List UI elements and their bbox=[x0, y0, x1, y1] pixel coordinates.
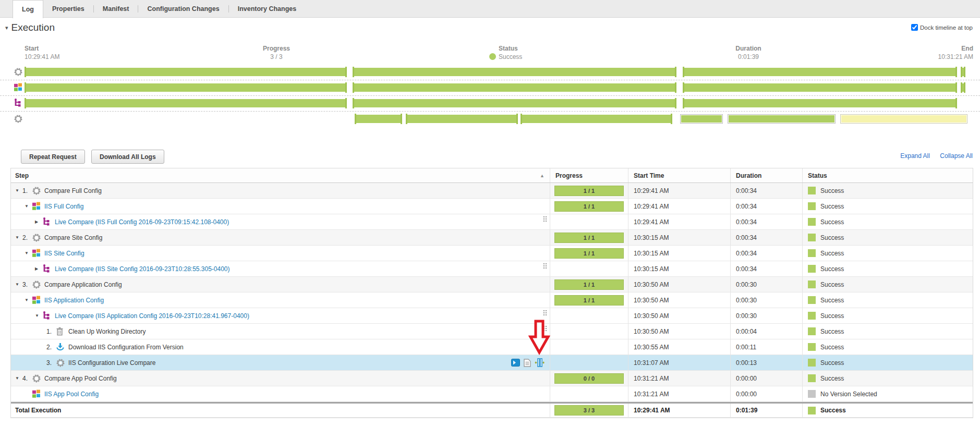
timeline-track bbox=[25, 67, 973, 77]
expand-collapse-arrow-down[interactable]: ▼ bbox=[15, 188, 22, 193]
expand-collapse-arrow-down[interactable]: ▼ bbox=[25, 298, 32, 302]
duration-cell: 0:00:00 bbox=[730, 371, 802, 386]
table-row[interactable]: 3.IIS Configuration Live Compare10:31:07… bbox=[11, 355, 973, 371]
download-all-logs-button[interactable]: Download All Logs bbox=[91, 150, 164, 164]
dock-timeline-checkbox[interactable] bbox=[911, 24, 918, 31]
step-number: 4. bbox=[22, 375, 32, 382]
start-time-cell: 10:30:50 AM bbox=[628, 324, 730, 339]
table-row[interactable]: ▼3.Compare Application Config1 / 110:30:… bbox=[11, 277, 973, 292]
step-number: 1. bbox=[46, 328, 56, 335]
progress-bar: 1 / 1 bbox=[554, 201, 624, 212]
table-row[interactable]: ▼1.Compare Full Config1 / 110:29:41 AM0:… bbox=[11, 183, 973, 199]
status-square-icon bbox=[808, 187, 816, 194]
end-label: End bbox=[938, 45, 973, 52]
table-row[interactable]: IIS App Pool Config10:31:21 AM0:00:00No … bbox=[11, 386, 973, 402]
table-row[interactable]: 1.Clean Up Working Directory10:30:50 AM0… bbox=[11, 324, 973, 339]
tab-log[interactable]: Log bbox=[13, 0, 43, 18]
expand-collapse-arrow-down[interactable]: ▼ bbox=[25, 204, 32, 209]
expand-all-link[interactable]: Expand All bbox=[900, 152, 930, 160]
column-header-duration[interactable]: Duration bbox=[730, 168, 802, 182]
step-link[interactable]: IIS App Pool Config bbox=[44, 391, 99, 398]
step-icon-wrap bbox=[32, 249, 44, 258]
start-time-cell: 10:31:07 AM bbox=[628, 355, 730, 370]
step-link[interactable]: Live Compare (IIS Full Config 2016-09-23… bbox=[55, 218, 229, 226]
progress-cell: 1 / 1 bbox=[550, 292, 628, 308]
status-text: Success bbox=[820, 218, 844, 226]
drag-handle[interactable] bbox=[543, 310, 547, 315]
step-icon-wrap bbox=[32, 389, 44, 398]
step-label: Compare Application Config bbox=[44, 281, 122, 288]
step-link[interactable]: Live Compare (IIS Site Config 2016-09-23… bbox=[55, 265, 230, 273]
expand-collapse-arrow-right[interactable]: ▶ bbox=[35, 219, 42, 224]
table-row[interactable]: ▶Live Compare (IIS Full Config 2016-09-2… bbox=[11, 214, 973, 230]
duration-cell: 0:00:30 bbox=[730, 277, 802, 292]
collapse-all-link[interactable]: Collapse All bbox=[940, 152, 973, 160]
step-cell: ▶Live Compare (IIS Full Config 2016-09-2… bbox=[11, 214, 550, 229]
expand-collapse-arrow-down[interactable]: ▼ bbox=[35, 313, 42, 318]
table-row[interactable]: ▼4.Compare App Pool Config0 / 010:31:21 … bbox=[11, 371, 973, 386]
step-link[interactable]: IIS Full Config bbox=[44, 203, 83, 210]
progress-bar: 1 / 1 bbox=[554, 233, 624, 243]
table-row[interactable]: ▶Live Compare (IIS Site Config 2016-09-2… bbox=[11, 261, 973, 277]
status-square-icon bbox=[808, 249, 816, 257]
column-header-status[interactable]: Status bbox=[802, 168, 973, 182]
start-value: 10:29:41 AM bbox=[25, 53, 59, 60]
table-row[interactable]: ▼IIS Application Config1 / 110:30:50 AM0… bbox=[11, 292, 973, 308]
table-row[interactable]: ▼IIS Site Config1 / 110:30:15 AM0:00:34S… bbox=[11, 246, 973, 261]
timeline-row bbox=[0, 80, 980, 96]
drag-handle[interactable] bbox=[543, 325, 547, 331]
output-log-icon[interactable] bbox=[511, 359, 520, 367]
progress-cell bbox=[550, 355, 628, 370]
gear-icon bbox=[56, 358, 65, 368]
step-link[interactable]: Live Compare (IIS Application Config 201… bbox=[55, 312, 249, 320]
gear-icon bbox=[32, 374, 41, 383]
duration-cell: 0:00:04 bbox=[730, 324, 802, 339]
column-header-progress[interactable]: Progress bbox=[550, 168, 628, 182]
tab-configuration-changes[interactable]: Configuration Changes bbox=[138, 0, 228, 17]
repeat-request-button[interactable]: Repeat Request bbox=[21, 150, 85, 164]
step-number: 3. bbox=[22, 281, 32, 288]
table-row[interactable]: Total Execution3 / 310:29:41 AM0:01:39Su… bbox=[11, 402, 973, 418]
table-row[interactable]: ▼IIS Full Config1 / 110:29:41 AM0:00:34S… bbox=[11, 199, 973, 214]
step-label: Compare App Pool Config bbox=[44, 375, 117, 382]
download-icon bbox=[56, 343, 65, 351]
status-text: Success bbox=[820, 407, 846, 414]
compare-columns-icon[interactable] bbox=[535, 358, 545, 367]
sort-ascending-icon[interactable]: ▲ bbox=[540, 173, 545, 178]
expand-collapse-arrow-down[interactable]: ▼ bbox=[25, 251, 32, 255]
expand-collapse-arrow-down[interactable]: ▼ bbox=[15, 282, 22, 287]
table-row[interactable]: ▼Live Compare (IIS Application Config 20… bbox=[11, 308, 973, 324]
end-value: 10:31:21 AM bbox=[938, 53, 973, 60]
step-link[interactable]: IIS Application Config bbox=[44, 297, 104, 304]
expand-collapse-arrow-right[interactable]: ▶ bbox=[35, 266, 42, 271]
status-square-icon bbox=[808, 359, 816, 367]
status-text: No Version Selected bbox=[820, 391, 877, 398]
tab-manifest[interactable]: Manifest bbox=[94, 0, 138, 17]
tab-inventory-changes[interactable]: Inventory Changes bbox=[229, 0, 306, 17]
timeline-summary: Start 10:29:41 AM Progress 3 / 3 Status … bbox=[10, 45, 973, 63]
duration-cell: 0:00:34 bbox=[730, 183, 802, 198]
status-cell: No Version Selected bbox=[802, 386, 973, 401]
status-square-icon bbox=[808, 202, 816, 210]
dock-timeline-toggle[interactable]: Dock timeline at top bbox=[911, 24, 973, 31]
execution-section-header[interactable]: ▾Execution bbox=[5, 22, 55, 33]
column-header-step[interactable]: Step ▲ bbox=[11, 168, 550, 182]
tab-properties[interactable]: Properties bbox=[43, 0, 93, 17]
step-cell: IIS App Pool Config bbox=[11, 386, 550, 401]
step-number: 2. bbox=[46, 344, 56, 351]
duration-cell: 0:00:30 bbox=[730, 292, 802, 308]
expand-collapse-arrow-down[interactable]: ▼ bbox=[15, 235, 22, 240]
timeline-bar-segment bbox=[683, 99, 957, 107]
drag-handle[interactable] bbox=[543, 216, 547, 222]
status-value: Success bbox=[499, 53, 522, 60]
gear-icon bbox=[32, 186, 41, 196]
log-file-icon[interactable] bbox=[524, 359, 531, 367]
timeline-bar-segment bbox=[353, 68, 676, 76]
column-header-start-time[interactable]: Start Time bbox=[628, 168, 730, 182]
table-row[interactable]: 2.Download IIS Configuration From Versio… bbox=[11, 339, 973, 355]
step-link[interactable]: IIS Site Config bbox=[44, 250, 84, 257]
start-time-cell: 10:30:15 AM bbox=[628, 246, 730, 261]
table-row[interactable]: ▼2.Compare Site Config1 / 110:30:15 AM0:… bbox=[11, 230, 973, 246]
drag-handle[interactable] bbox=[543, 263, 547, 269]
expand-collapse-arrow-down[interactable]: ▼ bbox=[15, 376, 22, 381]
